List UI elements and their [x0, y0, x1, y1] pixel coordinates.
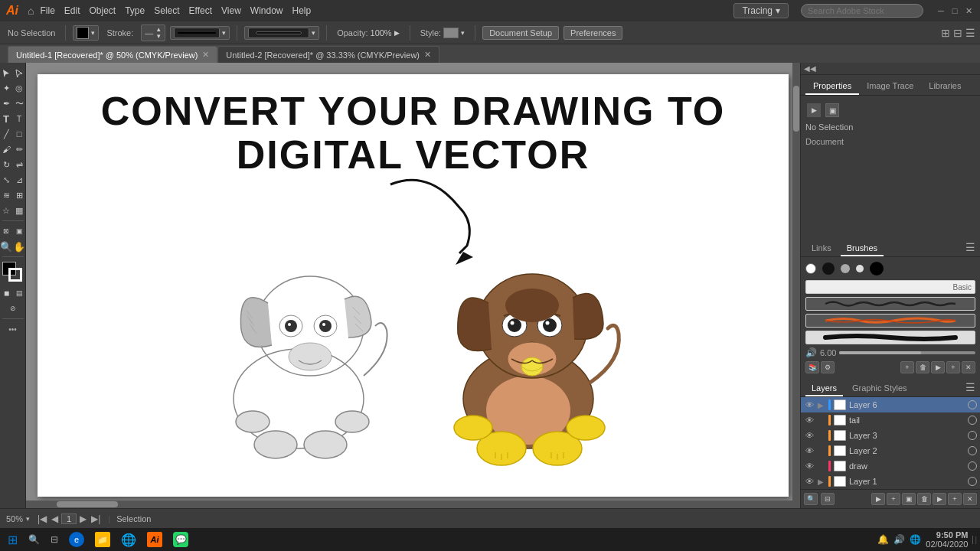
paintbrush-tool[interactable]: 🖌 [0, 142, 12, 156]
zoom-tool[interactable]: 🔍 [0, 240, 12, 253]
layer-expand-draw[interactable]: ▶ [818, 462, 825, 471]
brushes-panel-menu[interactable]: ☰ [965, 241, 975, 256]
whatsapp-taskbar-btn[interactable]: 💬 [168, 530, 193, 549]
brush-stroke-rough-preview[interactable] [805, 297, 975, 311]
layer-expand-1[interactable]: ▶ [818, 478, 825, 486]
symbol-tool[interactable]: ☆ [0, 204, 12, 217]
new-brush-btn[interactable]: + [900, 361, 914, 373]
tab-links[interactable]: Links [805, 241, 838, 256]
layer-target-1[interactable] [968, 477, 977, 486]
layer-item-3[interactable]: 👁 ▶ Layer 3 [801, 428, 980, 443]
page-number-input[interactable] [61, 514, 77, 524]
rect-tool[interactable]: □ [13, 127, 25, 141]
tab-brushes[interactable]: Brushes [841, 241, 884, 256]
layer-clip-btn[interactable]: ⊟ [821, 493, 835, 505]
brush-stroke-orange-preview[interactable] [805, 314, 975, 328]
doc-tab-2[interactable]: Untitled-2 [Recovered]* @ 33.33% (CMYK/P… [217, 46, 439, 63]
layer-target-tail[interactable] [968, 416, 977, 425]
layer-target-2[interactable] [968, 446, 977, 455]
layer-add-btn[interactable]: + [948, 493, 962, 505]
layer-target-3[interactable] [968, 431, 977, 440]
tab-layers[interactable]: Layers [805, 381, 843, 396]
illustrator-taskbar-btn[interactable]: Ai [142, 530, 167, 549]
fill-color[interactable]: ▾ [73, 25, 99, 41]
scale-tool[interactable]: ⤡ [0, 173, 12, 187]
line-tool[interactable]: ╱ [0, 127, 12, 141]
chrome-taskbar-btn[interactable]: 🌐 [116, 530, 141, 549]
layer-move-btn[interactable]: ▶ [933, 493, 946, 505]
menu-object[interactable]: Object [90, 5, 116, 16]
brush-options-btn[interactable]: ⚙ [821, 361, 835, 373]
home-icon[interactable]: ⌂ [28, 5, 34, 17]
layer-collect-btn[interactable]: ▣ [902, 493, 916, 505]
brush-library-btn[interactable]: 📚 [805, 361, 819, 373]
canvas-area[interactable]: CONVERT YOUR DRAWING TO DIGITAL VECTOR [26, 63, 800, 508]
menu-type[interactable]: Type [125, 5, 145, 16]
layers-panel-menu[interactable]: ☰ [965, 381, 975, 396]
stroke-preview[interactable]: ▾ [170, 26, 230, 40]
layer-visibility-tail[interactable]: 👁 [804, 415, 815, 425]
layer-visibility-1[interactable]: 👁 [804, 476, 815, 487]
rotate-tool[interactable]: ↻ [0, 158, 12, 171]
panel-play-button[interactable]: ▶ [807, 103, 821, 117]
layer-item-6[interactable]: 👁 ▶ Layer 6 [801, 397, 980, 412]
fill-stroke-switcher[interactable] [2, 262, 24, 283]
preferences-button[interactable]: Preferences [564, 26, 622, 40]
show-desktop-btn[interactable]: | [972, 536, 977, 544]
close-tab-1-icon[interactable]: ✕ [202, 50, 209, 60]
arrange-icon[interactable]: ⊞ [941, 27, 950, 39]
layer-delete-btn[interactable]: 🗑 [917, 493, 931, 505]
network-icon[interactable]: 🌐 [910, 534, 921, 545]
layer-visibility-draw[interactable]: 👁 [804, 461, 815, 471]
menu-help[interactable]: Help [292, 5, 312, 16]
maximize-icon[interactable]: □ [949, 5, 960, 16]
brush-dot-light[interactable] [856, 265, 864, 272]
layer-visibility-6[interactable]: 👁 [804, 399, 815, 410]
pencil-tool[interactable]: ✏ [13, 142, 25, 156]
layer-item-1[interactable]: 👁 ▶ Layer 1 [801, 474, 980, 489]
none-icon[interactable]: ⊘ [7, 302, 19, 315]
explorer-taskbar-btn[interactable]: 📁 [90, 530, 115, 549]
brush-dot-white[interactable] [805, 263, 816, 274]
layer-target-6[interactable] [968, 400, 977, 409]
selection-tool[interactable] [0, 66, 12, 80]
tab-image-trace[interactable]: Image Trace [859, 78, 921, 95]
menu-edit[interactable]: Edit [64, 5, 80, 16]
prev-page-btn[interactable]: ◀ [50, 514, 60, 524]
brush-dot-black-large[interactable] [822, 262, 835, 275]
zoom-control[interactable]: 50% ▾ [6, 514, 30, 523]
last-page-btn[interactable]: ▶| [90, 514, 102, 524]
document-setup-button[interactable]: Document Setup [482, 26, 559, 40]
layer-expand-3[interactable]: ▶ [818, 432, 825, 440]
menu-window[interactable]: Window [250, 5, 283, 16]
tab-properties[interactable]: Properties [805, 78, 859, 95]
color-icon[interactable]: ◼ [0, 286, 12, 300]
brush-dot-black[interactable] [870, 262, 884, 276]
search-taskbar-btn[interactable]: 🔍 [24, 530, 44, 549]
layer-find-btn[interactable]: 🔍 [804, 493, 818, 505]
task-view-btn[interactable]: ⊟ [46, 530, 63, 549]
horizontal-scrollbar[interactable] [26, 500, 792, 508]
close-icon[interactable]: ✕ [963, 5, 974, 16]
text-tool[interactable]: T [0, 112, 12, 126]
layer-visibility-3[interactable]: 👁 [804, 430, 815, 441]
notification-icon[interactable]: 🔔 [877, 534, 889, 545]
brush-preview[interactable]: ▾ [244, 26, 319, 40]
search-input[interactable] [801, 4, 923, 18]
magic-wand-tool[interactable]: ✦ [0, 81, 12, 95]
more-tools[interactable]: ••• [7, 322, 19, 336]
free-transform-tool[interactable]: ⊞ [13, 188, 25, 202]
artboard-tool[interactable]: ▣ [13, 224, 25, 238]
hand-tool[interactable]: ✋ [13, 240, 25, 253]
brush-dot-gray[interactable] [841, 264, 850, 273]
tab-graphic-styles[interactable]: Graphic Styles [846, 381, 913, 396]
close-tab-2-icon[interactable]: ✕ [424, 50, 431, 60]
menu-file[interactable]: File [40, 5, 54, 16]
pen-tool[interactable]: ✒ [0, 96, 12, 110]
tab-libraries[interactable]: Libraries [921, 78, 969, 95]
layer-expand-tail[interactable]: ▶ [818, 416, 825, 425]
menu-select[interactable]: Select [154, 5, 179, 16]
lasso-tool[interactable]: ◎ [13, 81, 25, 95]
brush-stroke-basic-preview[interactable]: Basic [805, 280, 975, 294]
layer-expand-2[interactable]: ▶ [818, 447, 825, 455]
